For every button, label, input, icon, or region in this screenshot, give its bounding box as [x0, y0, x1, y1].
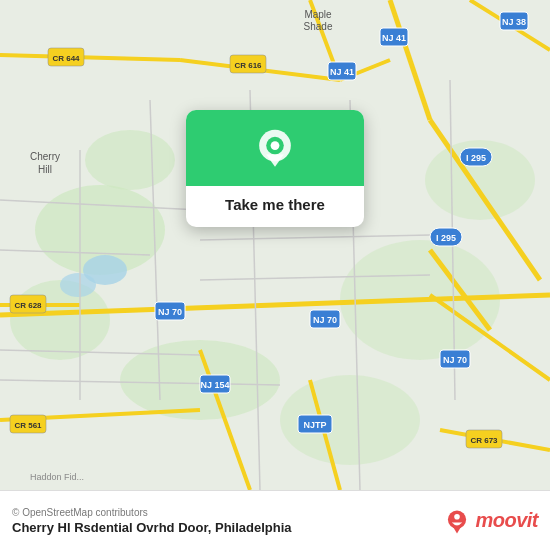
svg-text:I 295: I 295	[466, 153, 486, 163]
svg-text:NJ 70: NJ 70	[443, 355, 467, 365]
svg-text:Haddon Fid...: Haddon Fid...	[30, 472, 84, 482]
svg-text:Shade: Shade	[304, 21, 333, 32]
svg-text:NJ 70: NJ 70	[158, 307, 182, 317]
copyright-text: © OpenStreetMap contributors	[12, 507, 433, 518]
svg-text:CR 644: CR 644	[52, 54, 80, 63]
svg-text:I 295: I 295	[436, 233, 456, 243]
moovit-brand-text: moovit	[475, 509, 538, 532]
location-pin-icon	[253, 128, 297, 172]
svg-text:CR 673: CR 673	[470, 436, 498, 445]
svg-marker-77	[453, 526, 461, 533]
svg-point-74	[271, 141, 280, 150]
svg-text:NJ 41: NJ 41	[382, 33, 406, 43]
moovit-logo: moovit	[443, 507, 538, 535]
svg-text:NJ 41: NJ 41	[330, 67, 354, 77]
svg-text:NJ 154: NJ 154	[200, 380, 229, 390]
map-container: NJ 41 NJ 38 I 295 I 295 CR 644 CR 616 NJ…	[0, 0, 550, 490]
svg-text:CR 628: CR 628	[14, 301, 42, 310]
moovit-icon	[443, 507, 471, 535]
svg-marker-73	[266, 154, 284, 166]
svg-point-7	[85, 130, 175, 190]
svg-point-9	[60, 273, 96, 297]
svg-point-76	[455, 514, 461, 520]
svg-text:CR 616: CR 616	[234, 61, 262, 70]
bottom-bar: © OpenStreetMap contributors Cherry Hl R…	[0, 490, 550, 550]
svg-text:Cherry: Cherry	[30, 151, 60, 162]
svg-text:Maple: Maple	[304, 9, 332, 20]
svg-text:NJ 70: NJ 70	[313, 315, 337, 325]
map-background: NJ 41 NJ 38 I 295 I 295 CR 644 CR 616 NJ…	[0, 0, 550, 490]
svg-text:NJ 38: NJ 38	[502, 17, 526, 27]
popup-card: Take me there	[186, 110, 364, 227]
svg-text:Hill: Hill	[38, 164, 52, 175]
svg-text:CR 561: CR 561	[14, 421, 42, 430]
location-name: Cherry Hl Rsdential Ovrhd Door, Philadel…	[12, 520, 433, 535]
svg-point-2	[10, 280, 110, 360]
svg-text:NJTP: NJTP	[303, 420, 326, 430]
take-me-there-button[interactable]: Take me there	[209, 186, 341, 227]
popup-green-header	[186, 110, 364, 186]
